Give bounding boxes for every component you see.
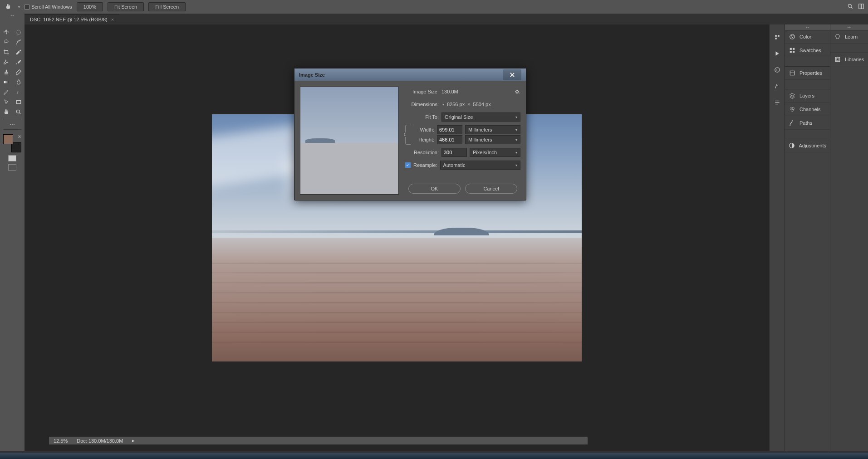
history-icon[interactable] [774, 34, 781, 41]
svg-point-31 [791, 108, 794, 111]
screen-mode-icon[interactable] [8, 164, 16, 171]
rectangle-tool[interactable] [12, 97, 25, 107]
fit-to-select[interactable]: Original Size▾ [441, 112, 520, 122]
hand-tool[interactable] [0, 107, 12, 117]
resample-select[interactable]: Automatic▾ [440, 161, 520, 170]
search-icon[interactable] [847, 3, 853, 10]
scroll-all-checkbox[interactable] [25, 5, 29, 10]
brush-settings-icon[interactable] [774, 83, 781, 90]
fill-screen-button[interactable]: Fill Screen [148, 2, 186, 11]
status-zoom[interactable]: 12.5% [54, 438, 68, 444]
blur-tool[interactable] [12, 77, 25, 87]
paths-icon [789, 119, 796, 127]
dimensions-unit-chevron-icon[interactable]: ▾ [442, 103, 444, 107]
tool-preset-chevron-icon[interactable]: ▾ [18, 5, 20, 9]
info-icon[interactable]: i [774, 66, 781, 73]
panel-column-learn: ▸▸ Learn Libraries [830, 24, 868, 451]
svg-point-0 [848, 4, 851, 7]
properties-icon [789, 69, 796, 77]
constrain-proportions-icon[interactable]: ⇕ [405, 125, 411, 145]
fit-to-value: Original Size [445, 114, 473, 120]
brush-tool[interactable] [12, 57, 25, 67]
type-tool[interactable]: T [12, 87, 25, 97]
eraser-tool[interactable] [12, 67, 25, 77]
panel-libraries[interactable]: Libraries [830, 53, 868, 66]
panel-channels[interactable]: Channels [785, 103, 830, 116]
dialog-preview[interactable] [300, 87, 399, 195]
scroll-all-label: Scroll All Windows [31, 4, 72, 10]
panel-color[interactable]: Color [785, 30, 830, 44]
healing-tool[interactable] [0, 57, 12, 67]
close-tab-icon[interactable]: × [111, 17, 114, 22]
fit-screen-button[interactable]: Fit Screen [108, 2, 144, 11]
panel-learn[interactable]: Learn [830, 30, 868, 44]
os-taskbar[interactable] [0, 453, 868, 459]
panel-label: Adjustments [799, 143, 826, 148]
collapse-panels-icon-2[interactable]: ▸▸ [848, 25, 851, 29]
svg-point-20 [791, 35, 792, 36]
svg-point-14 [775, 68, 780, 73]
panel-adjustments[interactable]: Adjustments [785, 139, 830, 152]
crop-tool[interactable] [0, 47, 12, 57]
pen-tool[interactable] [0, 87, 12, 97]
status-chevron-icon[interactable]: ▸ [132, 438, 135, 444]
hand-tool-indicator-icon [4, 2, 13, 11]
svg-text:i: i [776, 68, 777, 72]
panel-paths[interactable]: Paths [785, 116, 830, 130]
width-input[interactable] [437, 125, 462, 134]
svg-point-30 [792, 107, 794, 110]
quick-select-tool[interactable] [12, 37, 25, 47]
paragraph-icon[interactable] [774, 99, 781, 106]
workspace-switcher-icon[interactable] [858, 3, 864, 10]
collapse-panels-icon[interactable]: ▸▸ [806, 25, 809, 29]
document-tab[interactable]: DSC_1052.NEF @ 12.5% (RGB/8) × [25, 14, 119, 24]
svg-point-4 [16, 30, 20, 34]
svg-rect-24 [793, 48, 794, 49]
svg-point-19 [790, 34, 795, 39]
resolution-unit-select[interactable]: Pixels/Inch▾ [470, 148, 520, 157]
panel-properties[interactable]: Properties [785, 66, 830, 80]
dialog-gear-icon[interactable]: ✿. [515, 89, 520, 95]
swap-colors-icon[interactable]: ⤭ [18, 134, 21, 139]
status-docsize[interactable]: Doc: 130.0M/130.0M [77, 438, 123, 444]
zoom-100-button[interactable]: 100% [77, 2, 103, 11]
svg-rect-27 [790, 71, 794, 75]
zoom-tool[interactable] [12, 107, 25, 117]
actions-icon[interactable] [774, 50, 781, 57]
edit-toolbar-icon[interactable]: ⋯ [10, 121, 15, 127]
svg-line-10 [19, 113, 20, 114]
stamp-tool[interactable] [0, 67, 12, 77]
close-icon [509, 72, 515, 78]
foreground-color-swatch[interactable] [3, 134, 13, 144]
lasso-tool[interactable] [0, 37, 12, 47]
eyedropper-tool[interactable] [12, 47, 25, 57]
height-unit-select[interactable]: Millimeters▾ [465, 135, 520, 144]
path-select-tool[interactable] [0, 97, 12, 107]
resample-checkbox[interactable]: ✓ [405, 162, 411, 168]
quick-mask-icon[interactable] [8, 155, 16, 161]
marquee-tool[interactable] [12, 27, 25, 37]
panel-label: Learn [845, 34, 858, 39]
panel-label: Swatches [799, 48, 821, 53]
svg-rect-3 [862, 4, 864, 9]
width-unit-select[interactable]: Millimeters▾ [465, 125, 520, 134]
svg-point-21 [793, 35, 794, 36]
dialog-close-button[interactable] [503, 69, 521, 80]
ok-button[interactable]: OK [408, 184, 461, 194]
resample-label: Resample: [413, 162, 437, 168]
move-tool[interactable] [0, 27, 12, 37]
resolution-unit-value: Pixels/Inch [473, 150, 497, 155]
panel-label: Channels [799, 107, 820, 112]
learn-icon [834, 33, 841, 40]
gradient-tool[interactable] [0, 77, 12, 87]
panel-layers[interactable]: Layers [785, 89, 830, 103]
resolution-input[interactable] [441, 148, 467, 157]
panel-label: Layers [799, 93, 814, 98]
panel-swatches[interactable]: Swatches [785, 44, 830, 57]
cancel-button[interactable]: Cancel [465, 184, 517, 194]
scroll-all-windows-option[interactable]: Scroll All Windows [25, 4, 72, 10]
toolbar-collapse-icon[interactable]: ◂◂ [10, 14, 14, 17]
dialog-titlebar[interactable]: Image Size [294, 68, 526, 81]
height-input[interactable] [437, 135, 462, 144]
layers-icon [789, 92, 796, 99]
